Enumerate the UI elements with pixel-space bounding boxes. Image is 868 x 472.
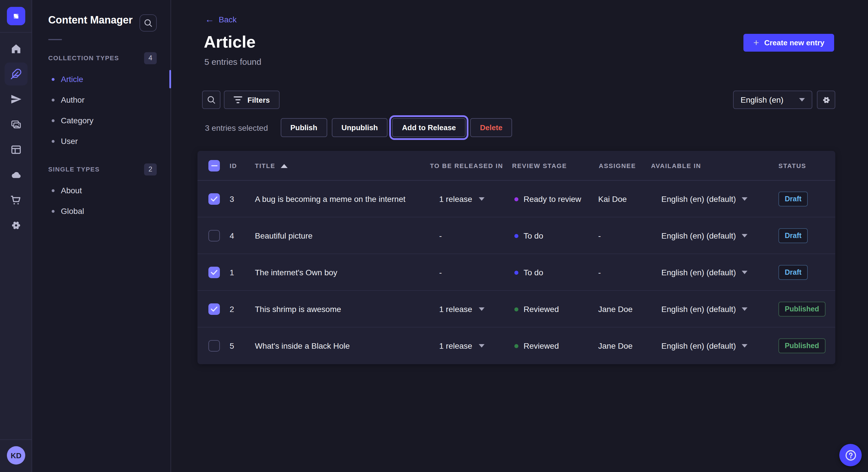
media-library-icon[interactable] — [5, 113, 28, 136]
page-title: Article — [204, 33, 256, 52]
marketplace-cart-icon[interactable] — [5, 189, 28, 212]
content-type-builder-icon[interactable] — [5, 138, 28, 161]
stage-dot-icon — [515, 344, 518, 348]
cell-id: 2 — [229, 291, 234, 328]
column-header-to-be-released-in[interactable]: TO BE RELEASED IN — [430, 151, 503, 181]
sidebar-search-button[interactable] — [140, 14, 157, 32]
create-new-entry-button[interactable]: + Create new entry — [744, 34, 834, 52]
cell-available-in[interactable]: English (en) (default) — [661, 291, 747, 328]
chevron-down-icon — [478, 197, 484, 201]
cell-available-in[interactable]: English (en) (default) — [661, 217, 747, 254]
status-badge: Draft — [778, 192, 808, 206]
bullet-icon — [52, 98, 55, 101]
column-header-status[interactable]: STATUS — [778, 151, 806, 181]
cell-available-in[interactable]: English (en) (default) — [661, 254, 747, 291]
sidebar-item-category[interactable]: Category — [32, 110, 170, 131]
selection-summary: 3 entries selected — [205, 123, 268, 132]
delete-button[interactable]: Delete — [470, 118, 512, 137]
cell-id: 3 — [229, 181, 234, 217]
bullet-icon — [52, 78, 55, 80]
cell-available-in[interactable]: English (en) (default) — [661, 328, 747, 364]
row-checkbox[interactable] — [208, 267, 220, 278]
view-settings-gear-button[interactable] — [817, 91, 835, 109]
strapi-logo[interactable] — [7, 7, 25, 25]
row-checkbox[interactable] — [208, 193, 220, 205]
table-row: 2 This shrimp is awesome 1 release Revie… — [197, 291, 835, 328]
cell-review-stage: Reviewed — [515, 291, 559, 328]
rail-divider-bottom — [0, 439, 32, 440]
table-row: 4 Beautiful picture - To do - English (e… — [197, 217, 835, 254]
sidebar-item-article[interactable]: Article — [32, 69, 170, 90]
user-avatar[interactable]: KD — [7, 446, 25, 465]
select-all-checkbox[interactable] — [208, 160, 220, 171]
column-header-title[interactable]: TITLE — [255, 151, 287, 181]
cloud-icon[interactable] — [5, 164, 28, 187]
arrow-left-icon: ← — [205, 15, 214, 24]
column-header-review-stage[interactable]: REVIEW STAGE — [512, 151, 567, 181]
cell-assignee: - — [598, 254, 601, 291]
plus-icon: + — [753, 38, 759, 47]
chevron-down-icon — [742, 271, 747, 274]
rail-divider — [0, 32, 32, 33]
back-link[interactable]: ← Back — [205, 15, 237, 24]
filters-button[interactable]: Filters — [224, 91, 280, 109]
search-icon — [144, 19, 153, 28]
settings-gear-icon[interactable] — [5, 214, 28, 237]
cell-to-be-released-in[interactable]: - — [439, 217, 442, 254]
row-checkbox[interactable] — [208, 340, 220, 351]
cell-title[interactable]: What's inside a Black Hole — [255, 328, 350, 364]
gear-icon — [821, 95, 831, 105]
cell-available-in[interactable]: English (en) (default) — [661, 181, 747, 217]
cell-to-be-released-in[interactable]: 1 release — [439, 291, 484, 328]
stage-dot-icon — [515, 307, 518, 311]
cell-assignee: - — [598, 217, 601, 254]
content-manager-icon[interactable] — [5, 63, 28, 86]
cell-id: 4 — [229, 217, 234, 254]
entries-count: 5 entries found — [205, 57, 261, 67]
cell-to-be-released-in[interactable]: 1 release — [439, 181, 484, 217]
sidebar-item-about[interactable]: About — [32, 180, 170, 201]
bullet-icon — [52, 189, 55, 192]
cell-title[interactable]: Beautiful picture — [255, 217, 313, 254]
stage-dot-icon — [515, 234, 518, 238]
column-header-assignee[interactable]: ASSIGNEE — [599, 151, 636, 181]
cell-to-be-released-in[interactable]: 1 release — [439, 328, 484, 364]
sidebar-section: COLLECTION TYPES 4 Article Author Catego… — [32, 52, 170, 151]
chevron-down-icon — [478, 307, 484, 311]
column-header-available-in[interactable]: AVAILABLE IN — [651, 151, 701, 181]
selection-actions-bar: 3 entries selected Publish Unpublish Add… — [205, 118, 835, 137]
cell-id: 5 — [229, 328, 234, 364]
home-icon[interactable] — [5, 37, 28, 60]
cell-title[interactable]: This shrimp is awesome — [255, 291, 341, 328]
table-row: 3 A bug is becoming a meme on the intern… — [197, 181, 835, 217]
sidebar-section-label: SINGLE TYPES — [48, 166, 100, 173]
entries-table: ID TITLE TO BE RELEASED IN REVIEW STAGE … — [197, 151, 835, 364]
sidebar-item-global[interactable]: Global — [32, 201, 170, 222]
main-content: ← Back Article 5 entries found + Create … — [171, 0, 868, 472]
chevron-down-icon — [799, 98, 805, 102]
content-manager-sidebar: Content Manager COLLECTION TYPES 4 Artic… — [32, 0, 171, 472]
row-checkbox[interactable] — [208, 303, 220, 315]
sidebar-item-author[interactable]: Author — [32, 90, 170, 110]
search-entries-button[interactable] — [202, 91, 220, 109]
row-checkbox[interactable] — [208, 230, 220, 241]
check-icon — [211, 270, 218, 275]
sort-ascending-icon — [280, 164, 287, 168]
table-row: 1 The internet's Own boy - To do - Engli… — [197, 254, 835, 291]
locale-select[interactable]: English (en) — [733, 91, 812, 109]
sidebar-item-user[interactable]: User — [32, 131, 170, 151]
column-header-id[interactable]: ID — [229, 151, 237, 181]
cell-to-be-released-in[interactable]: - — [439, 254, 442, 291]
cell-assignee: Jane Doe — [598, 328, 632, 364]
unpublish-button[interactable]: Unpublish — [332, 118, 388, 137]
add-to-release-button[interactable]: Add to Release — [392, 118, 466, 137]
cell-title[interactable]: A bug is becoming a meme on the internet — [255, 181, 406, 217]
releases-icon[interactable] — [5, 88, 28, 111]
sidebar-section-label: COLLECTION TYPES — [48, 55, 119, 61]
help-button[interactable] — [839, 444, 862, 466]
status-badge: Draft — [778, 228, 808, 243]
cell-review-stage: To do — [515, 254, 544, 291]
cell-title[interactable]: The internet's Own boy — [255, 254, 337, 291]
publish-button[interactable]: Publish — [280, 118, 327, 137]
table-row: 5 What's inside a Black Hole 1 release R… — [197, 328, 835, 364]
